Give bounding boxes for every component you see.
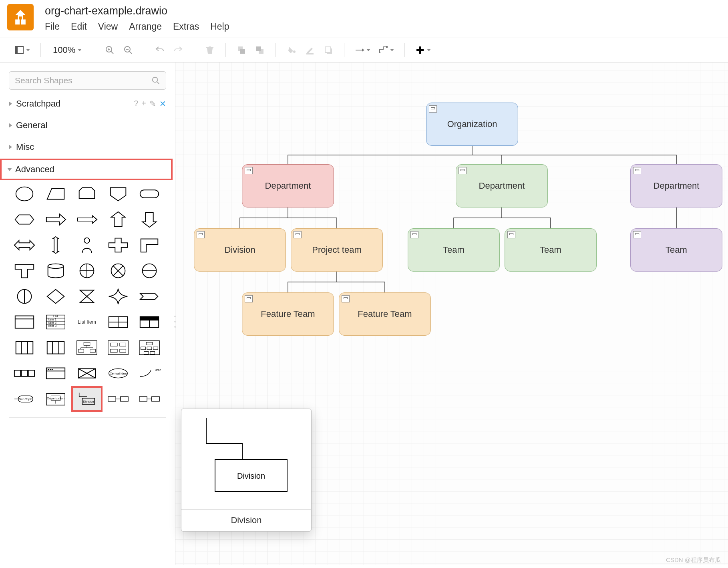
section-scratchpad[interactable]: Scratchpad ? + ✎ ✕: [0, 93, 175, 115]
zoom-dropdown[interactable]: 100%: [49, 45, 86, 55]
document-title[interactable]: org-chart-example.drawio: [45, 4, 229, 19]
to-back-button[interactable]: [252, 42, 267, 58]
shape-display[interactable]: [104, 183, 132, 205]
fill-color-button[interactable]: [284, 42, 299, 58]
shape-sub-topic[interactable]: Sub Topic: [10, 388, 38, 410]
shape-cylinder[interactable]: [42, 260, 70, 282]
shape-offpage[interactable]: [73, 183, 101, 205]
collapse-icon[interactable]: ▭: [294, 231, 302, 238]
shape-table-2x2[interactable]: [104, 311, 132, 333]
shape-ellipse[interactable]: [10, 183, 38, 205]
shape-arrow-right-block[interactable]: [42, 208, 70, 231]
shape-table-header[interactable]: [135, 311, 163, 333]
menu-edit[interactable]: Edit: [71, 21, 87, 32]
node-team3[interactable]: ▭Team: [630, 228, 722, 272]
shape-browser[interactable]: [42, 362, 70, 385]
node-team2[interactable]: ▭Team: [505, 228, 597, 272]
view-mode-dropdown[interactable]: [12, 44, 32, 56]
shape-circle-vline[interactable]: [10, 285, 38, 308]
to-front-button[interactable]: [234, 42, 249, 58]
svg-point-21: [153, 77, 158, 83]
delete-button[interactable]: [202, 42, 217, 58]
node-deptC[interactable]: ▭Department: [630, 164, 722, 207]
node-deptB[interactable]: ▭Department: [456, 164, 548, 207]
redo-button[interactable]: [171, 42, 186, 58]
menu-help[interactable]: Help: [210, 21, 229, 32]
shape-arrow-down[interactable]: [135, 208, 163, 231]
shape-circle-plus[interactable]: [73, 260, 101, 282]
edit-icon[interactable]: ✎: [149, 99, 156, 109]
node-division[interactable]: ▭Division: [194, 228, 286, 272]
section-advanced[interactable]: Advanced: [0, 159, 173, 180]
shape-arrow-right-thin[interactable]: [73, 208, 101, 231]
shape-arrow-updown[interactable]: [42, 234, 70, 256]
shape-branch[interactable]: Branch: [135, 362, 163, 385]
shape-arrow-up[interactable]: [104, 208, 132, 231]
collapse-icon[interactable]: ▭: [245, 295, 253, 302]
shape-terminator[interactable]: [135, 183, 163, 205]
node-feat1[interactable]: ▭Feature Team: [242, 292, 334, 336]
search-shapes-input[interactable]: Search Shapes: [9, 71, 166, 90]
close-icon[interactable]: ✕: [159, 99, 166, 109]
undo-button[interactable]: [152, 42, 167, 58]
node-projteam[interactable]: ▭Project team: [291, 228, 383, 272]
section-misc[interactable]: Misc: [0, 136, 175, 158]
section-general[interactable]: General: [0, 115, 175, 136]
connection-dropdown[interactable]: [352, 44, 373, 56]
shape-orgchart-c[interactable]: [135, 336, 163, 359]
shape-division[interactable]: Division: [73, 388, 101, 410]
shape-cross[interactable]: [104, 234, 132, 256]
shape-process-strip[interactable]: [10, 362, 38, 385]
menu-extras[interactable]: Extras: [173, 21, 199, 32]
menu-arrange[interactable]: Arrange: [129, 21, 162, 32]
shape-circle-x[interactable]: [104, 260, 132, 282]
shape-list[interactable]: ListItem 1Item 2Item 3: [42, 311, 70, 333]
collapse-icon[interactable]: ▭: [245, 167, 253, 174]
node-deptA[interactable]: ▭Department: [242, 164, 334, 207]
collapse-icon[interactable]: ▭: [429, 105, 437, 113]
help-icon[interactable]: ?: [134, 99, 138, 109]
collapse-icon[interactable]: ▭: [633, 167, 641, 174]
node-team1[interactable]: ▭Team: [408, 228, 500, 272]
shape-orgchart-a[interactable]: [73, 336, 101, 359]
collapse-icon[interactable]: ▭: [197, 231, 205, 238]
add-icon[interactable]: +: [141, 99, 146, 109]
menu-file[interactable]: File: [45, 21, 60, 32]
svg-rect-37: [15, 316, 34, 328]
node-org[interactable]: ▭Organization: [426, 103, 518, 146]
shape-window[interactable]: [10, 311, 38, 333]
shape-corner[interactable]: [135, 234, 163, 256]
shape-columns-3b[interactable]: [42, 336, 70, 359]
shape-list-item[interactable]: List Item: [73, 311, 101, 333]
shape-diamond[interactable]: [42, 285, 70, 308]
shape-columns-3[interactable]: [10, 336, 38, 359]
shadow-button[interactable]: [321, 42, 336, 58]
insert-dropdown[interactable]: [413, 44, 433, 56]
collapse-icon[interactable]: ▭: [507, 231, 515, 238]
shape-arrow-biarrow[interactable]: [10, 234, 38, 256]
collapse-icon[interactable]: ▭: [342, 295, 350, 302]
shape-actor[interactable]: [73, 234, 101, 256]
collapse-icon[interactable]: ▭: [633, 231, 641, 238]
waypoints-dropdown[interactable]: [376, 44, 396, 56]
shape-frame-x[interactable]: [73, 362, 101, 385]
shape-star4[interactable]: [104, 285, 132, 308]
line-color-button[interactable]: [302, 42, 318, 58]
shape-central-idea[interactable]: Central Idea: [104, 362, 132, 385]
shape-circle-hline[interactable]: [135, 260, 163, 282]
shape-chevron-strip[interactable]: [135, 285, 163, 308]
shape-hourglass[interactable]: [73, 285, 101, 308]
shape-orgchart-b[interactable]: [104, 336, 132, 359]
menu-view[interactable]: View: [98, 21, 118, 32]
collapse-icon[interactable]: ▭: [459, 167, 467, 174]
shape-link-pair-b[interactable]: [135, 388, 163, 410]
shape-link-pair[interactable]: [104, 388, 132, 410]
zoom-out-button[interactable]: [121, 42, 136, 58]
shape-hex-callout[interactable]: [10, 208, 38, 231]
zoom-in-button[interactable]: [102, 42, 117, 58]
shape-tee[interactable]: [10, 260, 38, 282]
node-feat2[interactable]: ▭Feature Team: [339, 292, 431, 336]
shape-organization[interactable]: Organization: [42, 388, 70, 410]
collapse-icon[interactable]: ▭: [410, 231, 418, 238]
shape-trapezoid[interactable]: [42, 183, 70, 205]
